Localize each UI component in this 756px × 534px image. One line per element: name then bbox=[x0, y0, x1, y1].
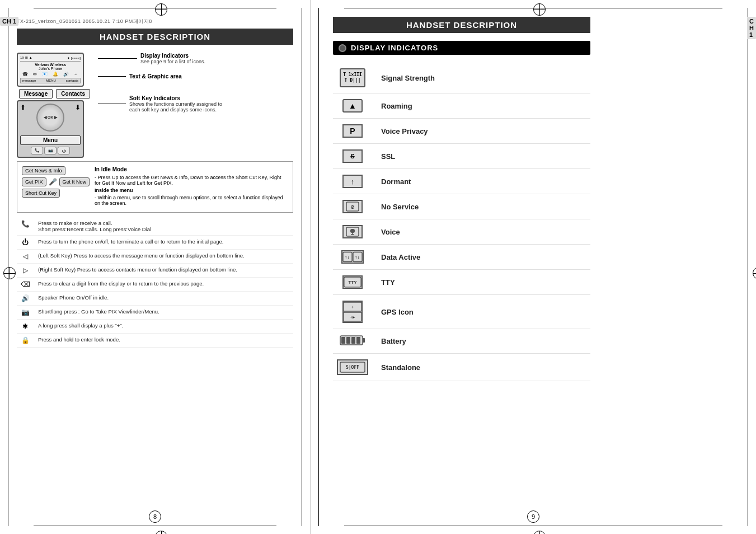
svg-text:+▶: +▶ bbox=[350, 315, 355, 320]
indicator-battery: Battery bbox=[333, 329, 590, 354]
status-bar: 1X III ▲ ✦ [====] bbox=[20, 56, 81, 62]
get-pix-btn[interactable]: Get PIX bbox=[22, 177, 46, 186]
signal-strength-label: Signal Strength bbox=[381, 74, 435, 82]
display-indicators-label: Display Indicators See page 9 for a list… bbox=[98, 53, 293, 64]
standalone-label: Standalone bbox=[381, 363, 420, 372]
svg-rect-3 bbox=[350, 229, 355, 233]
power-icon: ⏻ bbox=[17, 238, 34, 246]
get-pix-row: Get PIX 🎤 Get It Now bbox=[22, 177, 89, 186]
no-service-icon: ⊘ bbox=[342, 200, 363, 213]
button-descriptions: 📞 Press to make or receive a call.Short … bbox=[17, 217, 293, 348]
idle-text: In Idle Mode - Press Up to access the Ge… bbox=[95, 166, 288, 208]
tty-icon: TTY bbox=[342, 275, 363, 289]
voice-icon-cell bbox=[333, 225, 372, 238]
nav-ring[interactable]: ◀ OK ▶ bbox=[36, 104, 64, 132]
battery-icon-cell bbox=[333, 335, 372, 348]
get-it-now-btn[interactable]: Get It Now bbox=[59, 177, 90, 186]
indicator-no-service: ⊘ No Service bbox=[333, 194, 590, 219]
lock-icon: 🔒 bbox=[17, 336, 34, 344]
star-key-icon: ✱ bbox=[17, 322, 34, 330]
indicator-voice: Voice bbox=[333, 219, 590, 245]
roaming-label: Roaming bbox=[381, 102, 412, 110]
get-news-btn[interactable]: Get News & Info bbox=[22, 166, 65, 175]
right-page-title: HANDSET DESCRIPTION bbox=[333, 17, 590, 33]
indicator-gps: + +▶ GPS Icon bbox=[333, 295, 590, 329]
phone-keypad: ⬆ ◀ OK ▶ ⬇ Menu 📞 📷 ⏻ bbox=[17, 100, 84, 158]
display-indicators-header: DISPLAY INDICATORS bbox=[333, 41, 590, 55]
svg-rect-19 bbox=[346, 337, 350, 344]
page-number-right: 9 bbox=[527, 510, 539, 523]
right-edge-right bbox=[748, 8, 748, 526]
svg-text:⊘: ⊘ bbox=[350, 204, 355, 210]
edge-line-bottom bbox=[34, 526, 276, 526]
short-cut-btn[interactable]: Short Cut Key bbox=[22, 189, 60, 198]
data-active-icon-cell: ↑↓ ↑↓ bbox=[333, 250, 372, 264]
speaker-icon: 🔊 bbox=[17, 294, 34, 302]
right-page: CH1 HANDSET DESCRIPTION DISPLAY INDICATO… bbox=[311, 0, 756, 534]
btn-left-soft: ◁ (Left Soft Key) Press to access the me… bbox=[17, 250, 293, 264]
svg-rect-17 bbox=[363, 338, 365, 343]
short-cut-row: Short Cut Key bbox=[22, 189, 89, 198]
icons-row: ☎ ✉ 📧 🔔 🔊 ↔ bbox=[20, 71, 81, 78]
phone-mockup: 1X III ▲ ✦ [====] Verizon Wireless John'… bbox=[17, 53, 92, 158]
idle-keys: Get News & Info Get PIX 🎤 Get It Now Sho… bbox=[22, 166, 89, 208]
right-page-content: HANDSET DESCRIPTION DISPLAY INDICATORS T… bbox=[333, 17, 590, 381]
svg-rect-18 bbox=[341, 337, 345, 344]
indicator-data-active: ↑↓ ↑↓ Data Active bbox=[333, 245, 590, 270]
voice-privacy-icon: P bbox=[342, 124, 363, 138]
left-soft-icon: ◁ bbox=[17, 252, 34, 260]
indicator-tty: TTY TTY bbox=[333, 270, 590, 295]
right-edge-bottom bbox=[344, 526, 722, 526]
annotation-labels: Display Indicators See page 9 for a list… bbox=[98, 53, 293, 158]
tty-icon-cell: TTY bbox=[333, 275, 372, 289]
signal-strength-icon: T 1×III T D||| bbox=[340, 68, 365, 87]
svg-rect-21 bbox=[356, 337, 360, 344]
name-line: John's Phone bbox=[20, 67, 81, 71]
svg-text:↑↓: ↑↓ bbox=[355, 255, 360, 260]
ssl-icon: S bbox=[342, 149, 363, 163]
phone-screen: 1X III ▲ ✦ [====] Verizon Wireless John'… bbox=[17, 53, 84, 87]
svg-text:+: + bbox=[351, 305, 354, 310]
dormant-label: Dormant bbox=[381, 177, 411, 186]
text-graphic-label: Text & Graphic area bbox=[98, 73, 293, 79]
gps-icon: + +▶ bbox=[342, 301, 363, 323]
no-service-icon-cell: ⊘ bbox=[333, 200, 372, 213]
keypad-bottom-keys: 📞 📷 ⏻ bbox=[20, 147, 81, 154]
right-edge-left bbox=[318, 8, 319, 526]
indicator-voice-privacy: P Voice Privacy bbox=[333, 119, 590, 144]
indicator-dormant: ↑ Dormant bbox=[333, 169, 590, 194]
dormant-icon: ↑ bbox=[342, 175, 363, 188]
indicator-signal-strength: T 1×III T D||| Signal Strength bbox=[333, 63, 590, 93]
contacts-button[interactable]: Contacts bbox=[56, 89, 90, 99]
voice-label: Voice bbox=[381, 228, 400, 236]
message-button[interactable]: Message bbox=[19, 89, 53, 99]
left-page-title: HANDSET DESCRIPTION bbox=[17, 29, 293, 45]
camera-icon: 📷 bbox=[17, 308, 34, 316]
ssl-label: SSL bbox=[381, 152, 395, 161]
di-section-title: DISPLAY INDICATORS bbox=[351, 44, 438, 52]
gps-label: GPS Icon bbox=[381, 308, 414, 316]
edge-line-right bbox=[302, 8, 302, 526]
voice-icon bbox=[342, 225, 363, 238]
indicator-ssl: S SSL bbox=[333, 144, 590, 169]
idle-mode-section: Get News & Info Get PIX 🎤 Get It Now Sho… bbox=[17, 161, 293, 213]
svg-rect-20 bbox=[351, 337, 355, 344]
menu-button[interactable]: Menu bbox=[20, 135, 81, 145]
btn-star: ✱ A long press shall display a plus "+". bbox=[17, 320, 293, 334]
voice-privacy-icon-cell: P bbox=[333, 124, 372, 138]
phone-diagram-area: 1X III ▲ ✦ [====] Verizon Wireless John'… bbox=[17, 53, 293, 158]
data-active-icon: ↑↓ ↑↓ bbox=[341, 250, 364, 264]
tty-label: TTY bbox=[381, 278, 395, 287]
indicator-standalone: S|OFF Standalone bbox=[333, 354, 590, 381]
left-page: CH 1 TX-215_verizon_0501021 2005.10.21 7… bbox=[0, 0, 311, 534]
dormant-icon-cell: ↑ bbox=[333, 175, 372, 188]
roaming-icon-cell: ▲ bbox=[333, 99, 372, 113]
btn-camera: 📷 Short/long press : Go to Take PIX View… bbox=[17, 306, 293, 320]
soft-key-indicators-label: Soft Key Indicators Shows the functions … bbox=[98, 95, 293, 113]
ssl-icon-cell: S bbox=[333, 149, 372, 163]
file-header: TX-215_verizon_0501021 2005.10.21 7:10 P… bbox=[17, 17, 293, 25]
battery-label: Battery bbox=[381, 337, 406, 345]
get-news-row: Get News & Info bbox=[22, 166, 89, 175]
call-icon: 📞 bbox=[17, 220, 34, 228]
battery-icon bbox=[340, 335, 365, 348]
